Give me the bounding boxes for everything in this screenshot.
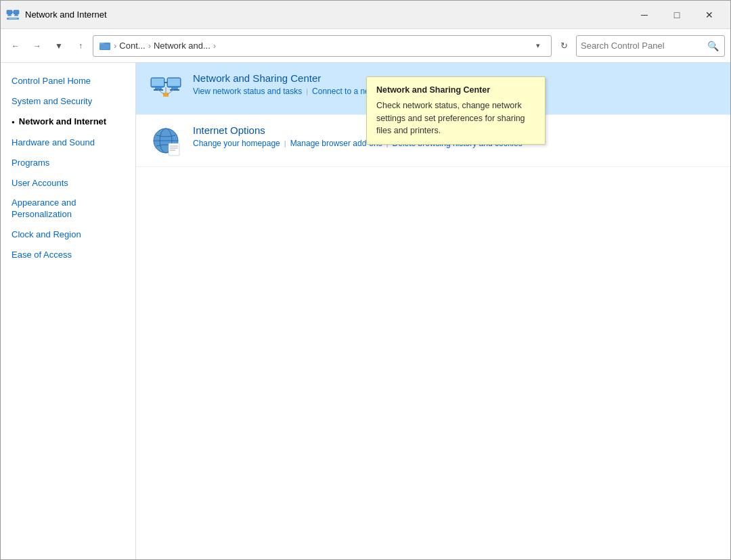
address-box[interactable]: › Cont... › Network and... › ▾ [93,35,552,57]
sidebar-item-network-and-internet[interactable]: Network and Internet [1,112,135,132]
breadcrumb: › Cont... › Network and... › [99,40,531,52]
sidebar-item-programs[interactable]: Programs [1,153,135,173]
main-content: Control Panel Home System and Security N… [1,63,730,559]
address-bar: ← → ▼ ↑ › Cont... › Network and... › ▾ ↻… [1,29,730,63]
tooltip-title: Network and Sharing Center [376,84,535,97]
network-sharing-category: Network and Sharing Center View network … [136,63,730,115]
search-box: 🔍 [576,35,725,57]
globe-icon [150,124,182,157]
refresh-button[interactable]: ↻ [554,37,573,55]
recent-locations-button[interactable]: ▼ [49,37,68,55]
title-bar: Network and Internet ─ □ ✕ [1,1,730,29]
address-dropdown-button[interactable]: ▾ [531,39,546,53]
tooltip: Network and Sharing Center Check network… [366,76,546,145]
window-icon [6,8,20,22]
search-input[interactable] [581,41,705,51]
svg-rect-1 [8,14,11,16]
svg-rect-17 [168,78,180,86]
svg-rect-11 [100,44,110,49]
sidebar-item-appearance-and-personalization[interactable]: Appearance and Personalization [1,193,135,225]
right-panel: Network and Sharing Center View network … [136,63,730,559]
svg-rect-13 [152,78,164,86]
svg-rect-14 [155,87,162,89]
forward-button[interactable]: → [28,37,47,55]
svg-rect-5 [14,15,18,16]
svg-rect-0 [7,10,12,14]
sidebar-item-user-accounts[interactable]: User Accounts [1,173,135,193]
title-bar-controls: ─ □ ✕ [629,5,725,25]
svg-rect-28 [169,143,179,156]
sidebar-item-system-and-security[interactable]: System and Security [1,91,135,112]
sidebar: Control Panel Home System and Security N… [1,63,136,559]
svg-rect-3 [14,10,19,14]
back-button[interactable]: ← [6,37,25,55]
network-sharing-icon [150,72,182,105]
svg-rect-2 [7,15,12,16]
sidebar-item-hardware-and-sound[interactable]: Hardware and Sound [1,133,135,153]
tooltip-text: Check network status, change network set… [376,99,535,137]
svg-rect-8 [9,18,17,19]
change-home-page-link[interactable]: Change your homepage [193,139,280,148]
svg-rect-19 [170,89,179,91]
up-button[interactable]: ↑ [71,37,90,55]
search-button[interactable]: 🔍 [705,39,720,53]
minimize-button[interactable]: ─ [629,5,660,25]
maximize-button[interactable]: □ [661,5,692,25]
svg-rect-4 [15,14,18,16]
sidebar-item-clock-and-region[interactable]: Clock and Region [1,225,135,245]
window-title: Network and Internet [25,9,629,20]
main-window: Network and Internet ─ □ ✕ ← → ▼ ↑ › Con… [0,0,731,560]
view-network-status-link[interactable]: View network status and tasks [193,87,302,96]
close-button[interactable]: ✕ [694,5,725,25]
sidebar-item-control-panel-home[interactable]: Control Panel Home [1,71,135,91]
address-folder-icon [99,40,111,52]
sidebar-item-ease-of-access[interactable]: Ease of Access [1,245,135,265]
svg-rect-18 [171,87,178,89]
